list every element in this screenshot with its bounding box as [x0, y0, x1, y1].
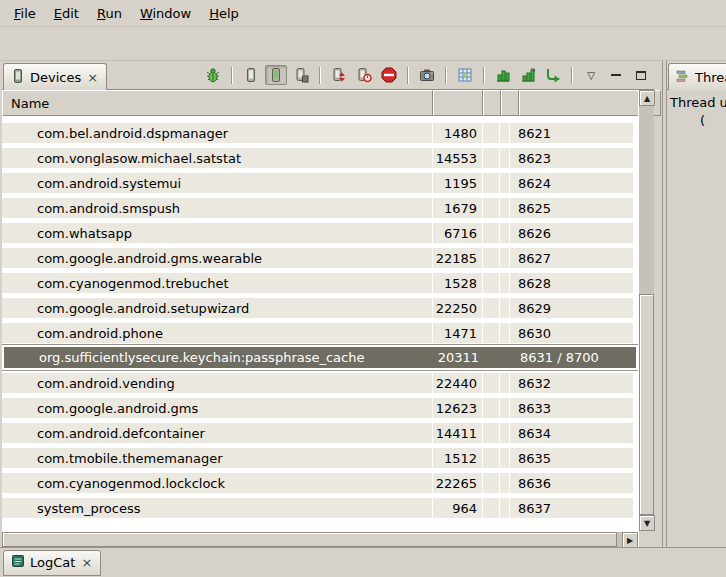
empty-cell: [483, 323, 500, 343]
debug-icon[interactable]: [202, 65, 224, 85]
table-row[interactable]: com.android.defcontainer 14411 8634: [2, 420, 638, 445]
process-name-cell: com.google.android.gms: [2, 398, 433, 418]
table-row[interactable]: com.android.phone 1471 8630: [2, 320, 638, 345]
table-row[interactable]: com.bel.android.dspmanager 1480 8621: [2, 120, 638, 145]
header-name[interactable]: Name: [2, 90, 433, 116]
empty-cell: [500, 273, 510, 293]
empty-cell: [500, 298, 510, 318]
empty-cell: [483, 273, 500, 293]
scroll-down-icon[interactable]: ▼: [639, 515, 655, 531]
empty-cell: [500, 398, 510, 418]
table-row[interactable]: com.android.systemui 1195 8624: [2, 170, 638, 195]
table-row[interactable]: com.android.vending 22440 8632: [2, 370, 638, 395]
empty-cell: [500, 448, 510, 468]
empty-cell: [483, 123, 500, 143]
devices-tabbar: Devices ×: [2, 61, 654, 90]
h-scroll-thumb[interactable]: [2, 532, 617, 547]
process-pid-cell: 12623: [433, 398, 483, 418]
tab-logcat-label: LogCat: [30, 555, 75, 570]
header-port[interactable]: [519, 90, 643, 116]
toolbar-separator: [571, 67, 573, 84]
table-row[interactable]: org.sufficientlysecure.keychain:passphra…: [2, 345, 638, 370]
menu-run[interactable]: Run: [88, 2, 131, 25]
tab-devices[interactable]: Devices ×: [3, 63, 107, 90]
process-name-cell: com.android.systemui: [2, 173, 433, 193]
threads-message: Thread up (: [667, 90, 726, 547]
dump-hprof-icon[interactable]: [265, 65, 287, 85]
menu-help[interactable]: Help: [200, 2, 248, 25]
table-row[interactable]: com.google.android.gms.wearable 22185 86…: [2, 245, 638, 270]
header-col4[interactable]: [501, 90, 519, 116]
empty-cell: [483, 148, 500, 168]
process-name-cell: system_process: [2, 498, 433, 518]
header-pid[interactable]: [433, 90, 483, 116]
empty-cell: [483, 298, 500, 318]
update-threads-icon[interactable]: [328, 65, 350, 85]
menu-window[interactable]: Window: [131, 2, 200, 25]
threads-message-line2: (: [670, 113, 723, 128]
empty-cell: [483, 248, 500, 268]
empty-cell: [483, 373, 500, 393]
empty-cell: [483, 448, 500, 468]
empty-cell: [500, 473, 510, 493]
heap-chart-icon[interactable]: [492, 65, 514, 85]
allocation-chart-icon[interactable]: [517, 65, 539, 85]
green-arrow-icon[interactable]: [542, 65, 564, 85]
process-pid-cell: 1480: [433, 123, 483, 143]
table-header-row: Name: [2, 90, 638, 116]
header-col3[interactable]: [483, 90, 501, 116]
table-row[interactable]: com.google.android.setupwizard 22250 862…: [2, 295, 638, 320]
process-pid-cell: 14553: [433, 148, 483, 168]
table-row[interactable]: com.android.smspush 1679 8625: [2, 195, 638, 220]
method-profiling-icon[interactable]: [353, 65, 375, 85]
process-port-cell: 8626: [510, 223, 634, 243]
tab-threads[interactable]: Threa: [668, 63, 726, 90]
table-row[interactable]: com.cyanogenmod.trebuchet 1528 8628: [2, 270, 638, 295]
table-row[interactable]: system_process 964 8637: [2, 495, 638, 520]
table-row[interactable]: com.vonglasow.michael.satstat 14553 8623: [2, 145, 638, 170]
process-port-cell: 8629: [510, 298, 634, 318]
empty-cell: [500, 323, 510, 343]
scroll-up-icon[interactable]: ▲: [639, 90, 655, 106]
update-heap-icon[interactable]: [240, 65, 262, 85]
process-port-cell: 8635: [510, 448, 634, 468]
minimize-icon[interactable]: [605, 65, 627, 85]
table-row[interactable]: com.cyanogenmod.lockclock 22265 8636: [2, 470, 638, 495]
empty-cell: [500, 123, 510, 143]
empty-cell: [500, 423, 510, 443]
close-icon[interactable]: ×: [80, 556, 93, 569]
close-icon[interactable]: ×: [86, 71, 99, 84]
process-name-cell: com.cyanogenmod.lockclock: [2, 473, 433, 493]
process-table: Name com.bel.android.dspmanager 1480 862…: [2, 90, 654, 547]
table-row[interactable]: com.tmobile.thememanager 1512 8635: [2, 445, 638, 470]
process-port-cell: 8632: [510, 373, 634, 393]
screen-capture-icon[interactable]: [416, 65, 438, 85]
stop-process-icon[interactable]: [378, 65, 400, 85]
process-port-cell: 8631 / 8700: [512, 347, 636, 368]
empty-cell: [500, 223, 510, 243]
v-scroll-thumb[interactable]: [639, 294, 654, 515]
tab-logcat[interactable]: LogCat ×: [3, 550, 101, 576]
process-name-cell: com.google.android.setupwizard: [2, 298, 433, 318]
toolbar-separator: [231, 67, 233, 84]
main-toolbar: [0, 27, 726, 61]
process-pid-cell: 22250: [433, 298, 483, 318]
process-port-cell: 8623: [510, 148, 634, 168]
maximize-icon[interactable]: [630, 65, 652, 85]
v-scroll-track[interactable]: [639, 106, 654, 515]
process-port-cell: 8625: [510, 198, 634, 218]
menu-file[interactable]: File: [5, 2, 45, 25]
table-row[interactable]: com.google.android.gms 12623 8633: [2, 395, 638, 420]
devices-view-toolbar: ▽: [202, 65, 654, 85]
cause-gc-icon[interactable]: [290, 65, 312, 85]
scroll-right-icon[interactable]: ▶: [622, 532, 638, 548]
process-port-cell: 8624: [510, 173, 634, 193]
process-port-cell: 8634: [510, 423, 634, 443]
empty-cell: [500, 148, 510, 168]
ninepatch-icon[interactable]: [454, 65, 476, 85]
table-row[interactable]: com.whatsapp 6716 8626: [2, 220, 638, 245]
process-name-cell: com.android.vending: [2, 373, 433, 393]
process-name-cell: com.vonglasow.michael.satstat: [2, 148, 433, 168]
menu-edit[interactable]: Edit: [45, 2, 88, 25]
view-menu-icon[interactable]: ▽: [580, 65, 602, 85]
